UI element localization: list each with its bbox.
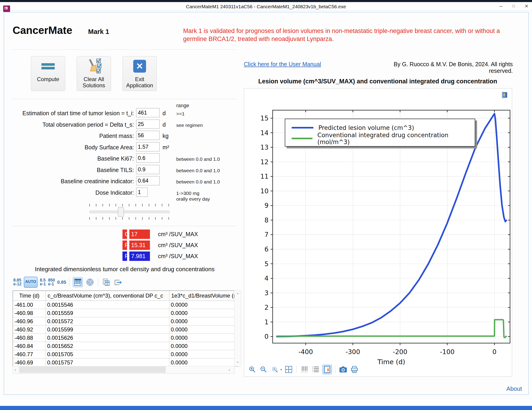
table-cell[interactable]: -460.98 [13,309,46,317]
precision-8p5e-1-button[interactable]: 8.5e-1 [40,278,46,286]
table-cell[interactable]: 0.0015757 [46,359,169,367]
field-input-3[interactable] [136,131,160,140]
scroll-up-icon[interactable]: ⌃ [236,292,240,298]
table-row[interactable]: -460.960.00155720.0000 [13,317,239,325]
result-unit: cm³ /SUV_MAX [158,253,198,260]
sphere-plot-icon[interactable] [85,277,95,287]
table-cell[interactable]: -460.77 [13,350,46,359]
field-input-2[interactable] [136,120,160,129]
scrollbar-thumb[interactable] [19,366,166,373]
axis-limits-icon[interactable] [322,365,332,374]
table-horizontal-scrollbar[interactable]: ‹ › [13,366,235,374]
full-precision-table-icon[interactable] [73,277,83,287]
result-value[interactable]: 15.31 [129,241,150,250]
precision-850e-1-button[interactable]: 850e-1 [48,278,55,286]
table-cell[interactable]: 0.0015705 [46,350,169,359]
table-cell[interactable]: -460.88 [13,334,46,342]
plot-window-icon[interactable] [500,91,509,99]
y-tick-label: 8 [264,216,268,224]
form-row: Dose Indicator:1->300 mg orally every da… [13,187,237,199]
x-tick-label: -100 [440,348,455,356]
dose-indicator-slider[interactable] [89,203,169,220]
table-cell[interactable]: -460.96 [13,317,46,325]
field-input-1[interactable] [136,108,160,117]
table-cell[interactable]: -461.00 [13,301,46,309]
table-cell[interactable]: -460.69 [13,359,46,367]
close-button[interactable]: ✕ [522,3,532,9]
field-input-8[interactable] [136,188,148,197]
column-header[interactable]: 1e3*c_d1/BreastVolume (mo [169,291,239,301]
table-cell[interactable]: 0.0015599 [46,325,169,334]
table-row[interactable]: -460.770.00157050.0000 [13,350,239,359]
table-row[interactable]: -460.880.00156260.0000 [13,334,239,342]
table-row[interactable]: -460.920.00155990.0000 [13,325,239,334]
maximize-button[interactable]: □ [509,3,519,9]
slider-handle[interactable] [118,207,124,217]
scroll-left-icon[interactable]: ‹ [15,367,16,372]
table-cell[interactable]: 0.0000 [169,325,239,334]
minimize-button[interactable]: ─ [496,3,506,9]
table-row[interactable]: -460.980.00155590.0000 [13,309,239,317]
table-cell[interactable]: 0.0000 [169,301,239,309]
table-cell[interactable]: -460.84 [13,342,46,350]
result-value[interactable]: 17 [129,230,150,239]
y-grid-icon[interactable] [311,365,320,374]
scroll-right-icon[interactable]: › [228,367,230,372]
table-cell[interactable]: 0.0015572 [46,317,169,325]
field-input-7[interactable] [136,176,160,185]
x-grid-icon[interactable] [300,365,309,374]
field-input-5[interactable] [136,154,160,163]
table-row[interactable]: -460.690.00157570.0000 [13,359,239,367]
zoom-in-icon[interactable] [248,365,257,374]
table-cell[interactable]: 0.0000 [169,317,239,325]
zoom-box-icon[interactable] [270,365,279,374]
result-value[interactable]: 7.981 [129,252,150,261]
zoom-box-dropdown-icon[interactable]: ▾ [280,368,282,371]
table-cell[interactable]: 0.0015546 [46,301,169,309]
column-header[interactable]: Time (d) [13,291,46,301]
snapshot-camera-icon[interactable] [339,365,348,374]
slider-tick [149,217,149,220]
y-tick-label: 0 [264,333,268,340]
table-cell[interactable]: 0.0000 [169,334,239,342]
result-label: Clinical lesion volume (t=0): [123,230,127,239]
table-cell[interactable]: 0.0015626 [46,334,169,342]
table-cell[interactable]: 0.0000 [169,342,239,350]
precision-0p85-button[interactable]: 0.85 [57,280,66,284]
auto-precision-button[interactable]: AUTO [24,277,38,288]
slider-tick [109,204,110,206]
user-manual-link[interactable]: Click here for the User Manual [244,61,321,68]
table-cell[interactable]: 0.0015559 [46,309,169,317]
compute-button[interactable]: Compute [31,56,65,91]
scroll-down-icon[interactable]: ⌄ [236,359,240,364]
print-icon[interactable] [350,365,359,374]
field-label: Patient mass: [99,133,134,139]
field-input-4[interactable] [136,142,160,151]
precision-8p85e-12-button[interactable]: 8.85e-12 [13,278,21,286]
copy-table-icon[interactable] [101,277,111,287]
slider-track[interactable] [89,211,170,213]
result-unit: cm³ /SUV_MAX [158,231,198,237]
table-row[interactable]: -460.840.00156520.0000 [13,342,239,350]
result-row: Predicted lesion volume (t=0):15.31cm³ /… [0,241,229,252]
table-cell[interactable]: 0.0000 [169,359,239,367]
data-table[interactable]: Time (d)c_c/BreastVolume (cm^3), convent… [13,291,239,367]
results-data-table[interactable]: Time (d)c_c/BreastVolume (cm^3), convent… [13,290,235,367]
clear-all-solutions-button[interactable]: Clear All Solutions [77,56,111,91]
table-vertical-scrollbar[interactable]: ⌃ ⌄ [234,290,241,366]
field-range-note: >=1 [176,111,184,117]
field-input-6[interactable] [136,165,160,174]
table-row[interactable]: -461.000.00155460.0000 [13,301,239,309]
table-cell[interactable]: 0.0000 [169,309,239,317]
table-cell[interactable]: 0.0000 [169,350,239,359]
table-cell[interactable]: 0.0015652 [46,342,169,350]
about-link[interactable]: About [481,385,522,392]
zoom-out-icon[interactable] [259,365,268,374]
column-header[interactable]: c_c/BreastVolume (cm^3), conventional DP… [46,291,169,301]
zoom-extents-icon[interactable] [284,365,293,374]
legend-line-blue [292,127,314,128]
export-table-icon[interactable] [113,277,123,287]
chart-toolbar: ▾ [248,364,359,375]
exit-application-button[interactable]: ✕ Exit Application [123,56,157,91]
table-cell[interactable]: -460.92 [13,325,46,334]
